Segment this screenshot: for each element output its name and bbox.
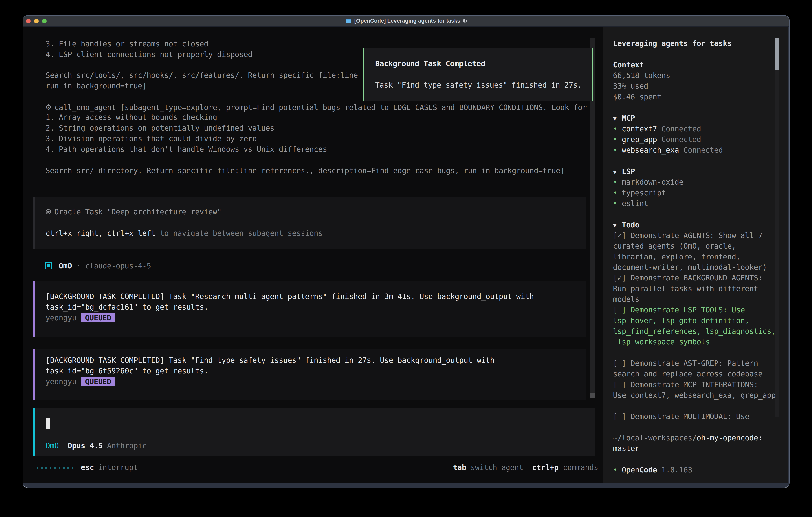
context-used: 33% used	[613, 81, 776, 91]
text-run	[59, 441, 67, 450]
text-run: Open	[622, 466, 639, 474]
text-line: 4. LSP client connections not properly d…	[46, 49, 252, 60]
text-run: document-writer, multimodal-looker)	[613, 263, 767, 272]
scrollback-text-block: Search src/ directory. Return specific f…	[46, 165, 565, 176]
text-run: switch agent	[466, 463, 523, 472]
spinner-dot	[41, 467, 42, 469]
oracle-task-title: ◉ Oracle Task "Deep architecture review"	[46, 207, 586, 217]
text-run: run_in_background=true]	[46, 82, 147, 90]
titlebar[interactable]: [OpenCode] Leveraging agents for tasks	[23, 16, 789, 27]
text-run: 4. LSP client connections not properly d…	[46, 50, 252, 59]
screenshot-root: { "titlebar": { "title": "[OpenCode] Lev…	[0, 0, 812, 517]
todo-item-done: [✓] Demonstrate AGENTS: Show all 7	[613, 230, 776, 241]
lsp-eslint: • eslint	[613, 198, 776, 209]
oracle-task-card: ◉ Oracle Task "Deep architecture review"…	[33, 197, 586, 249]
text-run: Todo	[622, 220, 639, 229]
text-run: Search src/tools/, src/hooks/, src/featu…	[46, 71, 358, 80]
text-run: esc	[81, 463, 94, 472]
sidebar-section-mcp[interactable]: ▼ MCP	[613, 113, 776, 124]
text-run: ▼	[613, 113, 622, 124]
agent-omo-icon	[45, 263, 52, 270]
text-run: ctrl+x right, ctrl+x left	[46, 229, 156, 238]
scrollback-text-block: 3. File handles or streams not closed4. …	[46, 38, 252, 60]
text-run: Opus 4.5	[67, 441, 103, 450]
text-line: document-writer, multimodal-looker)	[613, 262, 776, 273]
text-run: 2. String operations on potentially unde…	[46, 124, 274, 132]
sidebar-scrollbar[interactable]	[775, 37, 779, 417]
text-run: ⚙	[46, 101, 54, 112]
input-agent-line: OmO Opus 4.5 Anthropic	[46, 440, 147, 451]
text-run: ◉	[46, 207, 54, 217]
text-run: grep_app	[622, 135, 657, 144]
text-run: [✓] Demonstrate BACKGROUND AGENTS:	[613, 274, 763, 282]
text-line: search and replace across codebase	[613, 369, 776, 379]
text-run: MCP	[622, 114, 635, 123]
window-title: [OpenCode] Leveraging agents for tasks	[354, 18, 460, 24]
subagent-nav-hint: ctrl+x right, ctrl+x left to navigate be…	[46, 228, 586, 239]
text-line	[613, 156, 776, 166]
context-heading: Context	[613, 60, 776, 70]
todo-item-pending: [ ] Demonstrate MCP INTEGRATIONS:	[613, 379, 776, 390]
terminal-main-area: 3. File handles or streams not closed4. …	[23, 27, 603, 483]
spinner-dot	[59, 467, 60, 469]
text-run: context7	[622, 125, 657, 133]
text-line	[613, 454, 776, 465]
text-line	[46, 217, 586, 228]
lsp-markdown-oxide: • markdown-oxide	[613, 177, 776, 187]
text-run: master	[613, 444, 639, 453]
spinner-dot	[36, 467, 38, 469]
mcp-websearch-exa: • websearch_exa Connected	[613, 145, 776, 155]
text-run: Use context7, websearch_exa, grep_app	[613, 391, 776, 400]
text-run: call_omo_agent [subagent_type=explore, p…	[54, 103, 587, 112]
prompt-input[interactable]: OmO Opus 4.5 Anthropic	[33, 408, 594, 456]
text-line: Run parallel tasks with different	[613, 283, 776, 294]
text-run: Leveraging agents for tasks	[613, 39, 732, 48]
queued-status-line: yeongyu QUEUED	[46, 377, 586, 387]
toast-notification: Background Task CompletedTask "Find type…	[364, 48, 593, 101]
text-line: lsp_workspace_symbols	[613, 337, 776, 347]
text-run: •	[613, 189, 622, 197]
text-run: ~/local-workspaces/	[613, 434, 697, 442]
text-line: 2. String operations on potentially unde…	[46, 123, 587, 133]
sidebar-section-lsp[interactable]: ▼ LSP	[613, 166, 776, 177]
chat-scrollbar-thumb[interactable]	[590, 393, 594, 398]
context-tokens: 66,518 tokens	[613, 70, 776, 81]
spinner-dot	[67, 467, 69, 469]
text-run: Anthropic	[107, 441, 147, 450]
toast-body: Task "Find type safety issues" finished …	[375, 80, 592, 90]
spinner-dot	[50, 467, 51, 469]
text-run: Connected	[657, 125, 701, 133]
queued-badge: QUEUED	[81, 377, 115, 386]
sidebar-section-todo[interactable]: ▼ Todo	[613, 219, 776, 230]
sidebar-scrollbar-thumb[interactable]	[775, 38, 779, 70]
text-run: $0.46 spent	[613, 92, 661, 101]
text-run: •	[613, 178, 622, 186]
text-line	[613, 209, 776, 219]
oracle-task-card-text: ◉ Oracle Task "Deep architecture review"…	[46, 207, 586, 239]
text-line	[375, 69, 592, 80]
text-line: 4. Path operations that don't handle Win…	[46, 144, 587, 155]
background-task-message: [BACKGROUND TASK COMPLETED] Task "Find t…	[33, 349, 586, 400]
text-run: websearch_exa	[622, 146, 679, 154]
text-run	[657, 466, 661, 474]
queued-status-line: yeongyu QUEUED	[46, 313, 586, 323]
text-run: Connected	[657, 135, 701, 144]
text-run: Search src/ directory. Return specific f…	[46, 166, 565, 175]
text-line	[613, 348, 776, 358]
statusbar-right: tab switch agent ctrl+p commands	[453, 462, 598, 473]
spinner-dot	[54, 467, 56, 469]
text-run: [ ] Demonstrate LSP TOOLS: Use	[613, 306, 745, 314]
todo-item-pending: [ ] Demonstrate AST-GREP: Pattern	[613, 358, 776, 369]
text-line: curated agents (OmO, oracle,	[613, 241, 776, 251]
text-cursor	[46, 418, 50, 430]
text-run: task_id="bg_dcfac161" to get results.	[46, 303, 208, 311]
text-line: models	[613, 294, 776, 305]
text-run: models	[613, 295, 639, 304]
text-run: 1.0.163	[661, 466, 692, 474]
esc-hint: esc interrupt	[81, 462, 138, 473]
text-line	[613, 422, 776, 433]
text-run: lsp_workspace_symbols	[613, 338, 710, 346]
text-line: Search src/ directory. Return specific f…	[46, 165, 565, 176]
text-run: task_id="bg_6f59260c" to get results.	[46, 366, 208, 375]
session-progress-icon	[463, 19, 467, 23]
